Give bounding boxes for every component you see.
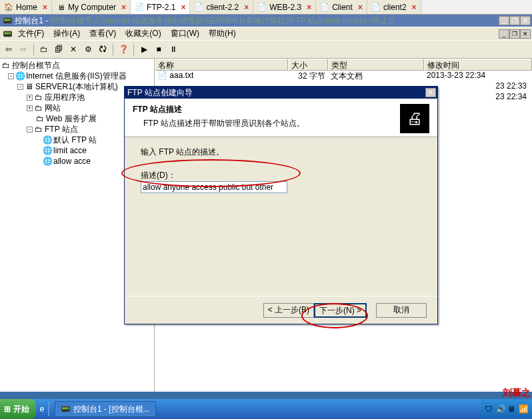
tree-iis[interactable]: Internet 信息服务(IIS)管理器 (26, 71, 127, 82)
back-button[interactable]: < 上一步(B) (263, 303, 314, 318)
mdi-close-button[interactable]: ✕ (520, 29, 531, 39)
mdi-minimize-button[interactable]: _ (499, 29, 509, 39)
minimize-button[interactable]: _ (499, 16, 509, 25)
taskbar-app-button[interactable]: 📟控制台1 - [控制台根... (55, 401, 156, 417)
extra-time-2: 23 22:34 (495, 92, 527, 101)
wizard-title: FTP 站点创建向导 (127, 87, 193, 99)
help-button[interactable]: ❓ (117, 43, 129, 55)
tree-ftp-limit[interactable]: limit acce (53, 146, 87, 155)
close-icon[interactable]: × (43, 3, 47, 12)
settings-button[interactable]: ⚙ (82, 43, 94, 55)
column-headers: 名称 大小 类型 修改时间 (155, 59, 532, 71)
tree-ftp-allow[interactable]: allow acce (53, 157, 91, 166)
file-icon: 📄 (157, 71, 167, 80)
refresh-button[interactable]: 🗘 (97, 43, 109, 55)
menu-action[interactable]: 操作(A) (49, 27, 84, 40)
tree-web[interactable]: 网站 (45, 103, 61, 114)
tray-icon[interactable]: 🔊 (496, 404, 505, 414)
col-modified[interactable]: 修改时间 (424, 59, 532, 71)
tab-label: client-2.2 (206, 3, 239, 12)
close-icon[interactable]: × (307, 3, 311, 12)
col-size[interactable]: 大小 (288, 59, 328, 71)
system-tray[interactable]: 🛡 🔊 🖥 📶 (481, 399, 532, 419)
vm-icon: 📄 (320, 3, 329, 12)
menu-file[interactable]: 文件(F) (14, 27, 48, 40)
vm-tab-home[interactable]: 🏠Home× (0, 0, 52, 14)
server-icon: 🖥 (25, 82, 34, 91)
description-input[interactable] (141, 181, 287, 193)
restore-button[interactable]: ❐ (509, 16, 520, 25)
wizard-banner-icon: 🖨 (400, 104, 429, 133)
ftp-site-icon: 🌐 (43, 157, 52, 166)
vm-icon: 📄 (194, 3, 203, 12)
wizard-titlebar[interactable]: FTP 站点创建向导 ✕ (125, 87, 437, 99)
tree-apppool[interactable]: 应用程序池 (45, 92, 85, 103)
vm-tab-ftp21[interactable]: 📄FTP-2.1× (131, 0, 190, 14)
menu-window[interactable]: 窗口(W) (167, 27, 203, 40)
wizard-heading: FTP 站点描述 (133, 104, 305, 115)
pause-button[interactable]: ⏸ (167, 43, 179, 55)
extra-time-1: 23 22:33 (495, 81, 527, 91)
tree-ftp[interactable]: FTP 站点 (45, 124, 78, 135)
vm-tab-web23[interactable]: 📄WEB-2.3× (253, 0, 316, 14)
tab-label: Home (16, 3, 37, 12)
tray-icon[interactable]: 📶 (519, 404, 528, 414)
close-icon[interactable]: × (181, 3, 185, 12)
vm-tab-client[interactable]: 📄Client× (316, 0, 367, 14)
cell-type: 文本文档 (328, 71, 424, 81)
close-icon[interactable]: × (244, 3, 249, 12)
tab-label: Client (332, 3, 353, 12)
col-type[interactable]: 类型 (328, 59, 424, 71)
col-name[interactable]: 名称 (155, 59, 288, 71)
collapse-icon[interactable]: - (8, 73, 14, 79)
properties-button[interactable]: 🗐 (53, 43, 65, 55)
collapse-icon[interactable]: - (17, 84, 23, 90)
vm-tab-client22[interactable]: 📄client-2.2× (190, 0, 253, 14)
back-button[interactable]: ⇦ (3, 43, 15, 55)
close-button[interactable]: ✕ (520, 16, 531, 25)
iis-icon: 🌐 (15, 71, 25, 81)
stop-button[interactable]: ■ (153, 43, 165, 55)
title-path: [控制台根节点\Internet 信息服务(IIS)管理器\SERVER1(本地… (51, 16, 393, 25)
start-button[interactable]: ⊞开始 (0, 399, 36, 419)
play-button[interactable]: ▶ (138, 43, 150, 55)
folder-icon: 🗀 (1, 61, 11, 70)
list-row[interactable]: 📄 aaa.txt 32 字节 文本文档 2013-3-23 22:34 (155, 71, 532, 81)
vm-tab-mycomputer[interactable]: 🖥My Computer× (52, 0, 131, 14)
expand-icon[interactable]: + (27, 105, 33, 111)
close-icon[interactable]: × (121, 3, 126, 12)
menu-bar: 📟 文件(F) 操作(A) 查看(V) 收藏夹(O) 窗口(W) 帮助(H) _… (0, 27, 532, 40)
delete-button[interactable]: ✕ (67, 43, 79, 55)
close-icon[interactable]: × (358, 3, 363, 12)
tree-root[interactable]: 控制台根节点 (12, 60, 60, 71)
taskbar: ⊞开始 e 📟控制台1 - [控制台根... 🛡 🔊 🖥 📶 (0, 399, 532, 419)
tab-label: client2 (383, 3, 407, 12)
forward-button[interactable]: ⇨ (17, 43, 29, 55)
wizard-prompt: 输入 FTP 站点的描述。 (141, 147, 421, 158)
next-button[interactable]: 下一步(N) > (314, 303, 367, 318)
up-button[interactable]: 🗀 (38, 43, 50, 55)
wizard-close-button[interactable]: ✕ (425, 88, 436, 97)
close-icon[interactable]: × (412, 3, 417, 12)
cancel-button[interactable]: 取消 (376, 303, 427, 318)
menu-favorites[interactable]: 收藏夹(O) (121, 27, 165, 40)
expand-icon[interactable]: + (27, 95, 33, 101)
wizard-body: 输入 FTP 站点的描述。 描述(D)： (125, 137, 437, 296)
menu-help[interactable]: 帮助(H) (205, 27, 240, 40)
menu-view[interactable]: 查看(V) (85, 27, 120, 40)
tree-server[interactable]: SERVER1(本地计算机) (35, 81, 118, 93)
tree-webext[interactable]: Web 服务扩展 (46, 113, 97, 125)
tray-icon[interactable]: 🛡 (485, 404, 494, 414)
wizard-header: FTP 站点描述 FTP 站点描述用于帮助管理员识别各个站点。 🖨 (125, 99, 437, 137)
tray-icon[interactable]: 🖥 (507, 404, 517, 414)
collapse-icon[interactable]: - (27, 127, 33, 133)
cell-modified: 2013-3-23 22:34 (424, 71, 488, 81)
ftp-site-wizard: FTP 站点创建向导 ✕ FTP 站点描述 FTP 站点描述用于帮助管理员识别各… (124, 86, 438, 324)
tree-ftp-default[interactable]: 默认 FTP 站 (53, 135, 97, 146)
tab-label: FTP-2.1 (147, 3, 175, 12)
mdi-restore-button[interactable]: ❐ (509, 29, 520, 39)
quicklaunch-ie-icon[interactable]: e (36, 404, 48, 414)
signature-watermark: 刘慕之 (503, 387, 531, 399)
task-label: 控制台1 - [控制台根... (73, 404, 150, 415)
vm-tab-client2[interactable]: 📄client2× (367, 0, 421, 14)
